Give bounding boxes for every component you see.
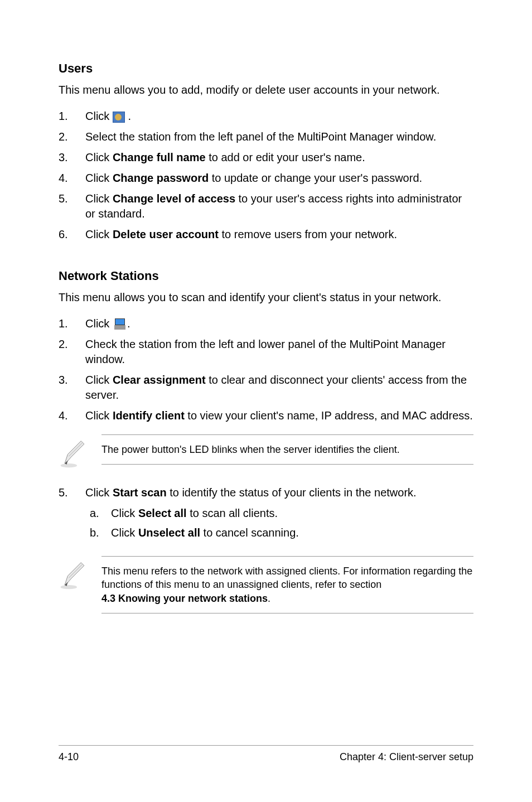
item-number: 5. xyxy=(59,191,85,221)
note-text: This menu refers to the network with ass… xyxy=(101,556,473,613)
network-list: 1. Click . 2. Check the station from the… xyxy=(59,316,473,423)
sub-item: b. Click Unselect all to cancel scanning… xyxy=(85,525,473,540)
network-intro: This menu allows you to scan and identif… xyxy=(59,290,473,305)
item-number: 2. xyxy=(59,129,85,144)
text-segment: to remove users from your network. xyxy=(219,228,397,240)
svg-marker-5 xyxy=(65,563,84,585)
bold-term: Identify client xyxy=(113,409,185,422)
note-block: This menu refers to the network with ass… xyxy=(59,556,473,613)
text-segment: This menu refers to the network with ass… xyxy=(101,566,472,590)
list-item: 1. Click . xyxy=(59,316,473,331)
text-segment: Click xyxy=(111,526,138,539)
item-number: 1. xyxy=(59,316,85,331)
item-number: 2. xyxy=(59,337,85,367)
text-segment: . xyxy=(127,317,130,330)
item-content: Check the station from the left and lowe… xyxy=(85,337,473,367)
list-item: 3. Click Change full name to add or edit… xyxy=(59,150,473,165)
item-content: Click Clear assignment to clear and disc… xyxy=(85,373,473,403)
monitors-icon xyxy=(113,318,127,331)
list-item: 5. Click Start scan to identify the stat… xyxy=(59,485,473,545)
bold-term: Delete user account xyxy=(113,228,219,240)
pen-icon xyxy=(59,439,89,470)
list-item: 4. Click Identify client to view your cl… xyxy=(59,408,473,423)
chapter-label: Chapter 4: Client-server setup xyxy=(340,751,473,763)
text-segment: to identify the status of your clients i… xyxy=(167,486,417,499)
text-segment: Click xyxy=(111,507,138,519)
list-item: 4. Click Change password to update or ch… xyxy=(59,171,473,186)
list-item: 1. Click . xyxy=(59,109,473,124)
svg-line-3 xyxy=(69,443,82,456)
list-item: 2. Select the station from the left pane… xyxy=(59,129,473,144)
item-content: Select the station from the left panel o… xyxy=(85,129,473,144)
text-segment: Click xyxy=(85,192,113,205)
sub-list: a. Click Select all to scan all clients.… xyxy=(85,506,473,540)
text-segment: Click xyxy=(85,486,113,499)
page-footer: 4-10 Chapter 4: Client-server setup xyxy=(59,745,473,763)
bold-term: Change full name xyxy=(113,151,206,163)
item-content: Click Start scan to identify the status … xyxy=(85,485,473,545)
text-segment: to update or change your user's password… xyxy=(209,172,422,184)
item-number: 6. xyxy=(59,227,85,242)
text-segment: Click xyxy=(85,172,113,184)
text-segment: Click xyxy=(85,110,113,122)
item-content: Click Change level of access to your use… xyxy=(85,191,473,221)
item-number: 1. xyxy=(59,109,85,124)
list-item: 5. Click Change level of access to your … xyxy=(59,191,473,221)
sub-content: Click Unselect all to cancel scanning. xyxy=(111,525,299,540)
item-content: Click Change password to update or chang… xyxy=(85,171,473,186)
item-number: 4. xyxy=(59,171,85,186)
bold-term: Clear assignment xyxy=(113,374,206,386)
svg-line-7 xyxy=(69,564,82,578)
list-item: 2. Check the station from the left and l… xyxy=(59,337,473,367)
bold-term: Select all xyxy=(138,507,187,519)
network-list-2: 5. Click Start scan to identify the stat… xyxy=(59,485,473,545)
text-segment: Click xyxy=(85,409,113,422)
users-intro: This menu allows you to add, modify or d… xyxy=(59,83,473,98)
item-number: 3. xyxy=(59,150,85,165)
item-content: Click Delete user account to remove user… xyxy=(85,227,473,242)
list-item: 6. Click Delete user account to remove u… xyxy=(59,227,473,242)
text-segment: to scan all clients. xyxy=(187,507,278,519)
users-list: 1. Click . 2. Select the station from th… xyxy=(59,109,473,242)
item-number: 4. xyxy=(59,408,85,423)
item-content: Click Change full name to add or edit yo… xyxy=(85,150,473,165)
text-segment: Click xyxy=(85,151,113,163)
svg-point-0 xyxy=(61,463,77,467)
item-content: Click . xyxy=(85,316,473,331)
text-segment: . xyxy=(268,593,270,604)
bold-term: Change level of access xyxy=(113,192,235,205)
text-segment: Click xyxy=(85,374,113,386)
note-block: The power button's LED blinks when the s… xyxy=(59,434,473,470)
note-text: The power button's LED blinks when the s… xyxy=(101,434,473,465)
item-number: 5. xyxy=(59,485,85,545)
text-segment: Click xyxy=(85,228,113,240)
bold-term: Unselect all xyxy=(138,526,200,539)
document-page: Users This menu allows you to add, modif… xyxy=(0,0,532,802)
text-segment: to view your client's name, IP address, … xyxy=(185,409,473,422)
users-heading: Users xyxy=(59,61,473,76)
sub-item: a. Click Select all to scan all clients. xyxy=(85,506,473,521)
text-segment: Click xyxy=(85,317,113,330)
item-content: Click Identify client to view your clien… xyxy=(85,408,473,423)
svg-point-4 xyxy=(61,585,77,589)
sub-number: a. xyxy=(85,506,111,521)
sub-number: b. xyxy=(85,525,111,540)
bold-term: 4.3 Knowing your network stations xyxy=(101,593,268,604)
item-content: Click . xyxy=(85,109,473,124)
network-heading: Network Stations xyxy=(59,269,473,283)
pen-icon xyxy=(59,561,89,591)
users-icon xyxy=(113,112,125,123)
svg-marker-1 xyxy=(65,441,84,463)
text-segment: to cancel scanning. xyxy=(200,526,299,539)
bold-term: Start scan xyxy=(113,486,167,499)
bold-term: Change password xyxy=(113,172,209,184)
list-item: 3. Click Clear assignment to clear and d… xyxy=(59,373,473,403)
item-number: 3. xyxy=(59,373,85,403)
page-number: 4-10 xyxy=(59,751,79,763)
text-segment: . xyxy=(125,110,131,122)
sub-content: Click Select all to scan all clients. xyxy=(111,506,278,521)
text-segment: to add or edit your user's name. xyxy=(206,151,365,163)
